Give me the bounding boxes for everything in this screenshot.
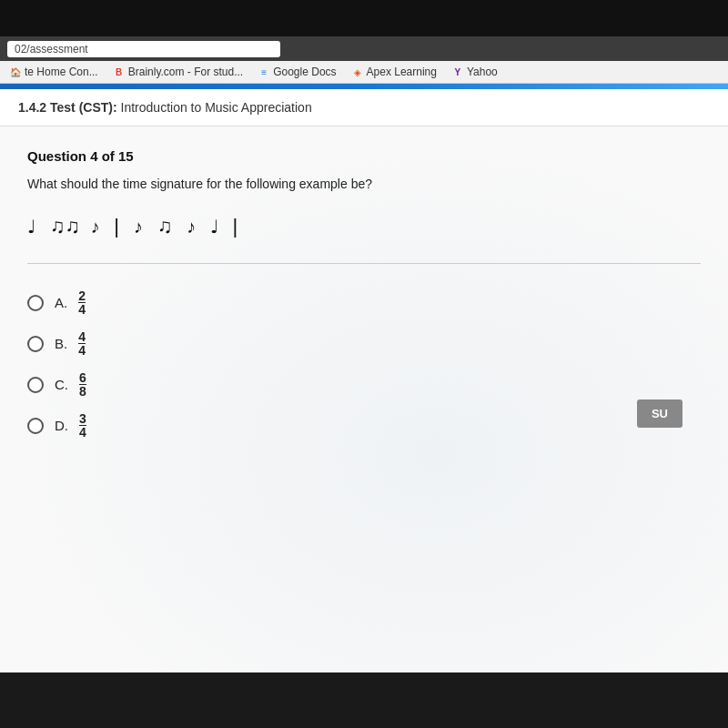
notation-barline-2: |	[232, 215, 241, 238]
bookmark-google-docs-label: Google Docs	[273, 66, 336, 78]
main-content: Question 4 of 15 What should the time si…	[0, 126, 728, 672]
radio-a[interactable]	[27, 295, 44, 311]
top-bar	[0, 0, 728, 36]
apex-icon: ◈	[351, 66, 364, 78]
notation-beamed: ♫♫	[50, 215, 80, 238]
option-c-value: 6 8	[79, 371, 86, 398]
test-header: 1.4.2 Test (CST): Introduction to Music …	[0, 89, 728, 126]
notation-symbol-1: ♩	[27, 217, 39, 237]
bookmark-apex-learning[interactable]: ◈ Apex Learning	[348, 64, 440, 80]
option-a-row[interactable]: A. 2 4	[27, 289, 701, 316]
notation-beamed2: ♫	[157, 215, 177, 238]
radio-c[interactable]	[27, 377, 44, 393]
section-divider	[27, 263, 701, 264]
time-sig-b: 4 4	[78, 330, 86, 357]
home-icon: 🏠	[9, 66, 22, 78]
option-b-row[interactable]: B. 4 4	[27, 330, 701, 357]
notation-barline-1: |	[114, 215, 123, 238]
notation-quarter-1: ♪	[91, 217, 104, 237]
bookmark-home-label: te Home Con...	[25, 66, 98, 78]
test-title: Introduction to Music Appreciation	[121, 100, 312, 115]
radio-d[interactable]	[27, 418, 44, 434]
option-c-letter: C.	[55, 377, 68, 392]
bookmark-brainly-label: Brainly.com - For stud...	[128, 66, 243, 78]
music-notation: ♩ ♫♫ ♪ | ♪ ♫ ♪ ♩ |	[27, 208, 701, 241]
yahoo-icon: Y	[451, 66, 464, 78]
submit-area: SU	[637, 399, 682, 428]
time-sig-a: 2 4	[78, 289, 86, 316]
submit-button[interactable]: SU	[637, 399, 682, 428]
radio-b[interactable]	[27, 336, 44, 352]
notation-quarter-2: ♪	[134, 217, 147, 237]
notation-quarter-3: ♪	[187, 217, 199, 237]
question-text: What should the time signature for the f…	[27, 175, 701, 194]
option-d-letter: D.	[55, 418, 68, 433]
bookmark-home-con[interactable]: 🏠 te Home Con...	[5, 64, 102, 80]
option-d-row[interactable]: D. 3 4	[27, 412, 701, 439]
test-id: 1.4.2 Test (CST):	[18, 100, 117, 115]
bookmark-yahoo[interactable]: Y Yahoo	[448, 64, 501, 80]
brainly-icon: B	[113, 66, 126, 78]
option-b-letter: B.	[55, 336, 67, 351]
bookmark-apex-label: Apex Learning	[367, 66, 437, 78]
time-sig-c: 6 8	[79, 371, 86, 398]
bookmark-google-docs[interactable]: ≡ Google Docs	[254, 64, 339, 80]
content-wrapper: Question 4 of 15 What should the time si…	[27, 148, 701, 446]
option-c-row[interactable]: C. 6 8	[27, 371, 701, 398]
option-d-value: 3 4	[79, 412, 86, 439]
bookmark-brainly[interactable]: B Brainly.com - For stud...	[109, 64, 247, 80]
address-bar[interactable]: 02/assessment	[7, 41, 280, 57]
option-a-letter: A.	[55, 295, 67, 310]
notation-quarter-4: ♩	[210, 217, 222, 237]
time-sig-d: 3 4	[79, 412, 86, 439]
bookmarks-bar: 🏠 te Home Con... B Brainly.com - For stu…	[0, 61, 728, 84]
browser-chrome: 02/assessment	[0, 36, 728, 61]
google-docs-icon: ≡	[258, 66, 270, 78]
bookmark-yahoo-label: Yahoo	[467, 66, 498, 78]
option-b-value: 4 4	[78, 330, 86, 357]
options-container: A. 2 4 B. 4 4	[27, 282, 701, 446]
option-a-value: 2 4	[78, 289, 86, 316]
question-header: Question 4 of 15	[27, 148, 701, 164]
